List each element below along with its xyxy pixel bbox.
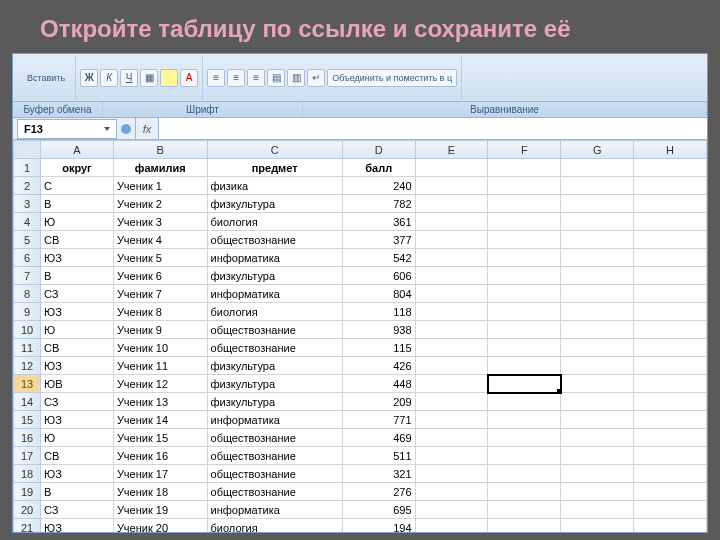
cell[interactable]: Ученик 1 <box>113 177 207 195</box>
cell[interactable] <box>634 411 707 429</box>
cell[interactable]: информатика <box>207 249 342 267</box>
cell[interactable] <box>561 357 634 375</box>
cell[interactable] <box>415 375 488 393</box>
cell[interactable] <box>561 519 634 533</box>
cell[interactable] <box>561 177 634 195</box>
cell[interactable] <box>561 465 634 483</box>
column-header-A[interactable]: A <box>41 141 114 159</box>
cell[interactable] <box>415 465 488 483</box>
cell[interactable]: физкультура <box>207 195 342 213</box>
cell[interactable] <box>488 231 561 249</box>
cell[interactable]: 361 <box>342 213 415 231</box>
cell[interactable]: информатика <box>207 501 342 519</box>
cell[interactable] <box>634 339 707 357</box>
cell[interactable]: 118 <box>342 303 415 321</box>
cell[interactable]: Ученик 15 <box>113 429 207 447</box>
cell[interactable]: СВ <box>41 339 114 357</box>
cell[interactable] <box>488 483 561 501</box>
row-header[interactable]: 19 <box>14 483 41 501</box>
cell[interactable]: Ученик 9 <box>113 321 207 339</box>
cell[interactable]: ЮВ <box>41 375 114 393</box>
italic-button[interactable]: К <box>100 69 118 87</box>
cell[interactable] <box>415 339 488 357</box>
cell[interactable]: СВ <box>41 231 114 249</box>
cell[interactable]: 804 <box>342 285 415 303</box>
cell[interactable]: Ученик 10 <box>113 339 207 357</box>
cell[interactable]: физкультура <box>207 357 342 375</box>
cell[interactable]: С <box>41 177 114 195</box>
cell[interactable] <box>561 483 634 501</box>
cell[interactable] <box>415 303 488 321</box>
grid[interactable]: ABCDEFGH1округфамилияпредметбалл2СУченик… <box>13 140 707 532</box>
cell[interactable]: 938 <box>342 321 415 339</box>
cell[interactable]: Ю <box>41 429 114 447</box>
cell[interactable]: информатика <box>207 411 342 429</box>
cell[interactable] <box>561 159 634 177</box>
select-all-corner[interactable] <box>14 141 41 159</box>
cell[interactable]: Ученик 17 <box>113 465 207 483</box>
cell[interactable] <box>634 231 707 249</box>
cell[interactable]: В <box>41 483 114 501</box>
cell[interactable]: 194 <box>342 519 415 533</box>
cell[interactable] <box>634 501 707 519</box>
cell[interactable] <box>415 429 488 447</box>
cell[interactable]: обществознание <box>207 339 342 357</box>
cell[interactable]: физкультура <box>207 267 342 285</box>
align-right-button[interactable]: ≡ <box>247 69 265 87</box>
cell[interactable] <box>561 339 634 357</box>
cell[interactable] <box>561 429 634 447</box>
bold-button[interactable]: Ж <box>80 69 98 87</box>
row-header[interactable]: 16 <box>14 429 41 447</box>
column-header-B[interactable]: B <box>113 141 207 159</box>
cell[interactable] <box>488 411 561 429</box>
cell[interactable]: информатика <box>207 285 342 303</box>
paste-button[interactable]: Вставить <box>21 71 71 85</box>
cell[interactable]: 426 <box>342 357 415 375</box>
cell[interactable] <box>488 159 561 177</box>
cell[interactable]: предмет <box>207 159 342 177</box>
column-header-C[interactable]: C <box>207 141 342 159</box>
cell[interactable] <box>415 231 488 249</box>
cell[interactable] <box>634 375 707 393</box>
cell[interactable] <box>415 393 488 411</box>
cell[interactable]: 606 <box>342 267 415 285</box>
cell[interactable] <box>415 195 488 213</box>
cell[interactable] <box>415 447 488 465</box>
cell[interactable] <box>561 321 634 339</box>
cell[interactable] <box>561 213 634 231</box>
cell[interactable]: 469 <box>342 429 415 447</box>
cell[interactable] <box>561 375 634 393</box>
cell[interactable] <box>415 501 488 519</box>
cell[interactable]: Ученик 3 <box>113 213 207 231</box>
cell[interactable]: 695 <box>342 501 415 519</box>
cell[interactable]: обществознание <box>207 231 342 249</box>
row-header[interactable]: 4 <box>14 213 41 231</box>
cell[interactable] <box>488 285 561 303</box>
cell[interactable] <box>634 213 707 231</box>
cell[interactable] <box>634 483 707 501</box>
cell[interactable]: 276 <box>342 483 415 501</box>
cell[interactable] <box>634 429 707 447</box>
cell[interactable]: физкультура <box>207 375 342 393</box>
cell[interactable]: обществознание <box>207 465 342 483</box>
align-center-button[interactable]: ≡ <box>227 69 245 87</box>
cell[interactable]: Ученик 11 <box>113 357 207 375</box>
cell[interactable] <box>415 177 488 195</box>
row-header[interactable]: 17 <box>14 447 41 465</box>
cell[interactable] <box>634 249 707 267</box>
cell[interactable] <box>634 267 707 285</box>
cell[interactable] <box>415 411 488 429</box>
cell[interactable]: СЗ <box>41 285 114 303</box>
row-header[interactable]: 8 <box>14 285 41 303</box>
underline-button[interactable]: Ч <box>120 69 138 87</box>
cell[interactable]: Ученик 18 <box>113 483 207 501</box>
row-header[interactable]: 15 <box>14 411 41 429</box>
merge-button[interactable]: Объединить и поместить в ц <box>327 69 457 87</box>
cell[interactable] <box>415 321 488 339</box>
cell[interactable]: 511 <box>342 447 415 465</box>
row-header[interactable]: 6 <box>14 249 41 267</box>
cell[interactable] <box>415 267 488 285</box>
cell[interactable]: Ученик 7 <box>113 285 207 303</box>
row-header[interactable]: 14 <box>14 393 41 411</box>
cell[interactable] <box>488 177 561 195</box>
